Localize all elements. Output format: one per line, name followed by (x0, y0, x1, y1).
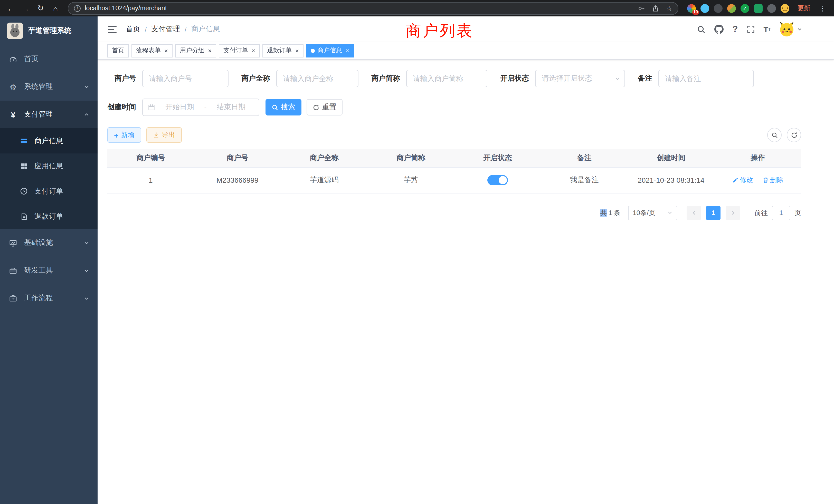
extension-icon-pin[interactable] (767, 4, 776, 13)
toggle-search-icon-button[interactable] (767, 128, 782, 142)
reset-button[interactable]: 重置 (307, 99, 343, 115)
document-icon (20, 213, 28, 220)
tab-refund-order[interactable]: 退款订单 × (262, 44, 304, 57)
search-icon (272, 104, 278, 111)
date-start-placeholder[interactable]: 开始日期 (157, 102, 202, 112)
top-navbar: 首页 / 支付管理 / 商户信息 商户列表 ? (97, 17, 834, 42)
chevron-down-icon (84, 295, 89, 301)
close-icon[interactable]: × (164, 47, 168, 54)
active-dot (311, 48, 315, 53)
sidebar-item-system[interactable]: ⚙ 系统管理 (0, 73, 97, 100)
annotation-merchant-list: 商户列表 (406, 21, 474, 42)
tab-pay-order[interactable]: 支付订单 × (219, 44, 260, 57)
help-icon[interactable]: ? (732, 24, 738, 35)
sidebar-item-app-info[interactable]: 应用信息 (0, 154, 97, 179)
sidebar-item-label: 支付管理 (24, 110, 53, 119)
search-button[interactable]: 搜索 (265, 99, 302, 115)
password-key-icon[interactable] (638, 5, 645, 12)
page-info-icon[interactable]: i (74, 5, 81, 12)
extension-icon-grammar[interactable]: ✓ (741, 4, 749, 13)
full-name-input[interactable] (276, 70, 358, 87)
page-number-button[interactable]: 1 (706, 206, 721, 220)
goto-page-input[interactable] (772, 206, 790, 220)
breadcrumb-separator: / (184, 25, 186, 33)
tab-home[interactable]: 首页 (107, 44, 129, 57)
sidebar-item-refund-order[interactable]: 退款订单 (0, 204, 97, 229)
sidebar-item-workflow[interactable]: 工作流程 (0, 284, 97, 312)
next-page-button[interactable] (726, 206, 740, 220)
sidebar-item-infrastructure[interactable]: 基础设施 (0, 229, 97, 257)
address-bar[interactable]: i localhost:1024/pay/merchant ☆ (68, 2, 678, 15)
short-name-input[interactable] (406, 70, 487, 87)
extension-icon-palette[interactable]: 10 (687, 4, 696, 13)
full-name-label: 商户全称 (241, 74, 276, 83)
user-avatar-menu[interactable] (779, 22, 802, 37)
browser-home-icon[interactable]: ⌂ (50, 4, 61, 13)
column-header: 商户号 (194, 149, 281, 167)
sidebar-item-payment[interactable]: ¥ 支付管理 (0, 100, 97, 128)
fullscreen-icon[interactable] (746, 25, 755, 33)
status-toggle[interactable] (487, 175, 508, 185)
close-icon[interactable]: × (346, 47, 349, 54)
sidebar-item-home[interactable]: 首页 (0, 45, 97, 73)
column-header: 创建时间 (628, 149, 715, 167)
browser-menu-icon[interactable]: ⋮ (816, 4, 829, 12)
breadcrumb-home[interactable]: 首页 (126, 25, 140, 34)
edit-link[interactable]: 修改 (732, 176, 753, 185)
tab-user-group[interactable]: 用户分组 × (175, 44, 216, 57)
app-title: 芋道管理系统 (28, 26, 71, 36)
tab-process-form[interactable]: 流程表单 × (131, 44, 173, 57)
remark-label: 备注 (638, 74, 658, 83)
clock-icon (20, 187, 28, 195)
close-icon[interactable]: × (295, 47, 299, 54)
add-button[interactable]: + 新增 (107, 127, 141, 143)
navbar-actions: ? TT (697, 22, 834, 37)
browser-forward-icon[interactable]: → (20, 4, 31, 13)
sidebar-item-label: 首页 (24, 54, 39, 64)
sidebar-item-label: 支付订单 (35, 187, 63, 196)
sidebar-item-dev-tools[interactable]: 研发工具 (0, 257, 97, 284)
page-unit-label: 页 (794, 208, 801, 217)
filter-status: 开启状态 请选择开启状态 (500, 70, 625, 87)
refresh-table-icon-button[interactable] (787, 128, 801, 142)
close-icon[interactable]: × (251, 47, 255, 54)
tab-merchant-info[interactable]: 商户信息 × (306, 44, 354, 57)
export-button[interactable]: 导出 (146, 127, 182, 143)
extension-icon-sheet[interactable] (754, 4, 763, 13)
extension-icon-dark[interactable] (714, 4, 723, 13)
extension-icon-emoji[interactable]: •‿• (781, 4, 789, 13)
sidebar-logo[interactable]: 芋道管理系统 (0, 17, 97, 45)
share-icon[interactable] (653, 5, 659, 12)
date-range-picker[interactable]: 开始日期 - 结束日期 (142, 98, 259, 116)
extension-icon-avatar[interactable] (727, 4, 736, 13)
merchant-no-input[interactable] (142, 70, 228, 87)
sidebar-item-pay-order[interactable]: 支付订单 (0, 179, 97, 204)
hamburger-icon[interactable] (105, 25, 121, 33)
filter-row-2: 创建时间 开始日期 - 结束日期 搜索 (107, 98, 801, 116)
column-header: 商户编号 (107, 149, 194, 167)
date-end-placeholder[interactable]: 结束日期 (209, 102, 254, 112)
delete-link[interactable]: 删除 (762, 176, 784, 185)
search-button-label: 搜索 (281, 102, 295, 112)
extension-icon-drop[interactable] (701, 4, 709, 13)
goto-label: 前往 (754, 208, 768, 217)
browser-back-icon[interactable]: ← (5, 4, 17, 13)
url-text: localhost:1024/pay/merchant (85, 5, 631, 12)
breadcrumb-section[interactable]: 支付管理 (151, 25, 180, 34)
browser-reload-icon[interactable]: ↻ (35, 4, 46, 13)
page-size-select[interactable]: 10条/页 (628, 206, 677, 220)
status-select[interactable]: 请选择开启状态 (535, 70, 625, 87)
gear-icon: ⚙ (9, 83, 18, 91)
prev-page-button[interactable] (687, 206, 701, 220)
sidebar-item-label: 商户信息 (35, 136, 63, 145)
browser-update-button[interactable]: 更新 (797, 4, 810, 13)
plus-icon: + (114, 131, 118, 139)
close-icon[interactable]: × (208, 47, 212, 54)
sidebar-item-merchant-info[interactable]: 商户信息 (0, 128, 97, 154)
header-search-icon[interactable] (697, 25, 706, 33)
github-icon[interactable] (715, 25, 724, 34)
total-count: 1 (609, 209, 612, 216)
font-size-icon[interactable]: TT (763, 25, 770, 33)
bookmark-star-icon[interactable]: ☆ (666, 4, 672, 12)
remark-input[interactable] (658, 70, 754, 87)
